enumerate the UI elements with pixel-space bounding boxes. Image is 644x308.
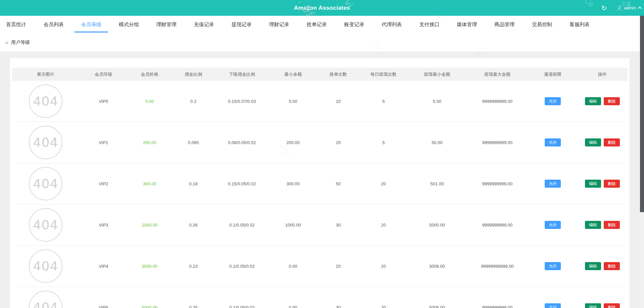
table-header-cell: 操作 [577, 68, 628, 81]
daily-withdrawal-count: 20 [359, 246, 408, 287]
edit-button[interactable]: 编辑 [585, 180, 601, 188]
actions-cell: 编辑删除 [577, 246, 628, 287]
nav-item-12[interactable]: 支付接口 [411, 16, 448, 33]
table-header-cell: 每日提现次数 [359, 68, 408, 81]
sub-commission-ratio: 0.1/0.05/0.02 [215, 246, 269, 287]
allow-button[interactable]: 允许 [545, 138, 561, 146]
allow-button[interactable]: 允许 [545, 262, 561, 270]
order-count: 50 [317, 163, 359, 204]
member-price: 5.00 [145, 99, 154, 104]
member-price: 300.00 [143, 181, 156, 186]
member-price: 5000.00 [142, 305, 158, 308]
delete-button[interactable]: 删除 [604, 262, 620, 270]
max-withdrawal-amount: 9999999999.00 [466, 163, 528, 204]
table-row: 404VIP31000.000.260.1/0.05/0.021000.0030… [12, 204, 628, 246]
min-balance: 300.00 [269, 163, 317, 204]
delete-button[interactable]: 删除 [604, 180, 620, 188]
min-withdrawal-amount: 5.00 [408, 81, 466, 122]
edit-button[interactable]: 编辑 [585, 303, 601, 308]
allow-button[interactable]: 允许 [545, 97, 561, 105]
table-row: 404VIP05.000.20.15/0.07/0.035.001055.009… [12, 81, 628, 122]
nav-menu: 首页统计会员列表会员等级模式分组理财管理充值记录提现记录理财记录抢单记录账变记录… [0, 16, 644, 33]
member-price-cell: 200.00 [128, 122, 171, 163]
member-price-cell: 300.00 [128, 163, 171, 204]
invite-permission-cell: 允许 [528, 287, 577, 308]
order-count: 10 [317, 81, 359, 122]
table-row: 404VIP2300.000.180.15/0.05/0.02300.00502… [12, 163, 628, 204]
min-balance: 1000.00 [269, 204, 317, 246]
header-actions: ↻ admin [601, 0, 641, 16]
member-price: 1000.00 [142, 223, 158, 228]
nav-item-1[interactable]: 首页统计 [0, 16, 35, 33]
max-withdrawal-amount: 9999999999.00 [466, 204, 528, 246]
member-price-cell: 5000.00 [128, 287, 171, 308]
table-header-cell: 展示图片 [12, 68, 79, 81]
max-withdrawal-amount: 9999999999.00 [466, 287, 528, 308]
delete-button[interactable]: 删除 [604, 221, 620, 229]
delete-button[interactable]: 删除 [604, 303, 620, 308]
min-withdrawal-amount: 3006.00 [408, 246, 466, 287]
min-withdrawal-amount: 50.00 [408, 122, 466, 163]
order-count: 30 [317, 287, 359, 308]
nav-item-3-active[interactable]: 会员等级 [72, 16, 110, 33]
chevron-up-icon [638, 6, 642, 11]
table-row: 404VIP1200.000.0650.08/0.05/0.02200.0020… [12, 122, 628, 163]
table-header-cell: 下级佣金比例 [215, 68, 269, 81]
member-price-cell: 3000.00 [128, 246, 171, 287]
edit-button[interactable]: 编辑 [585, 262, 601, 270]
daily-withdrawal-count: 20 [359, 163, 408, 204]
invite-permission-cell: 允许 [528, 122, 577, 163]
nav-item-14[interactable]: 商品管理 [486, 16, 523, 33]
allow-button[interactable]: 允许 [545, 303, 561, 308]
nav-item-16[interactable]: 客服列表 [561, 16, 598, 33]
max-withdrawal-amount: 9999999999.00 [466, 81, 528, 122]
order-count: 20 [317, 246, 359, 287]
nav-item-4[interactable]: 模式分组 [110, 16, 148, 33]
invite-permission-cell: 允许 [528, 163, 577, 204]
nav-item-13[interactable]: 媒体管理 [448, 16, 486, 33]
allow-button[interactable]: 允许 [545, 180, 561, 188]
refresh-icon[interactable]: ↻ [601, 5, 607, 11]
table-header-cell: 会员等级 [79, 68, 128, 81]
nav-item-11[interactable]: 代理列表 [373, 16, 411, 33]
app-header: Amazon Associates ↻ admin [0, 0, 644, 16]
person-icon [617, 6, 622, 10]
sub-commission-ratio: 0.1/0.05/0.02 [215, 204, 269, 246]
actions-cell: 编辑删除 [577, 163, 628, 204]
table-header-row: 展示图片会员等级会员价格佣金比例下级佣金比例最小余额接单次数每日提现次数提现最小… [12, 68, 628, 81]
edit-button[interactable]: 编辑 [585, 97, 601, 105]
display-image-cell: 404 [12, 287, 79, 308]
actions-cell: 编辑删除 [577, 204, 628, 246]
nav-item-8[interactable]: 理财记录 [260, 16, 298, 33]
display-image-cell: 404 [12, 204, 79, 246]
daily-withdrawal-count: 5 [359, 122, 408, 163]
edit-button[interactable]: 编辑 [585, 138, 601, 146]
page-content: 展示图片会员等级会员价格佣金比例下级佣金比例最小余额接单次数每日提现次数提现最小… [0, 52, 644, 308]
min-balance: 0.00 [269, 287, 317, 308]
actions-cell: 编辑删除 [577, 287, 628, 308]
member-level: VIP3 [79, 204, 128, 246]
nav-item-7[interactable]: 提现记录 [223, 16, 260, 33]
delete-button[interactable]: 删除 [604, 138, 620, 146]
table-header-cell: 邀请权限 [528, 68, 577, 81]
delete-button[interactable]: 删除 [604, 97, 620, 105]
nav-item-15[interactable]: 交易控制 [523, 16, 561, 33]
table-header-cell: 提现最小金额 [408, 68, 466, 81]
placeholder-image-404: 404 [29, 208, 62, 242]
member-level: VIP5 [79, 287, 128, 308]
user-menu[interactable]: admin [617, 5, 641, 10]
nav-item-2[interactable]: 会员列表 [35, 16, 72, 33]
sub-commission-ratio: 0.15/0.07/0.03 [215, 81, 269, 122]
table-body: 404VIP05.000.20.15/0.07/0.035.001055.009… [12, 81, 628, 308]
nav-item-10[interactable]: 账变记录 [335, 16, 373, 33]
member-price: 3000.00 [142, 264, 158, 269]
sub-commission-ratio: 0.08/0.05/0.02 [215, 122, 269, 163]
allow-button[interactable]: 允许 [545, 221, 561, 229]
nav-item-5[interactable]: 理财管理 [148, 16, 185, 33]
scrollbar-thumb[interactable] [640, 16, 644, 212]
nav-item-6[interactable]: 充值记录 [185, 16, 223, 33]
edit-button[interactable]: 编辑 [585, 221, 601, 229]
nav-item-9[interactable]: 抢单记录 [298, 16, 335, 33]
username: admin [624, 5, 636, 10]
min-withdrawal-amount: 5000.00 [408, 204, 466, 246]
